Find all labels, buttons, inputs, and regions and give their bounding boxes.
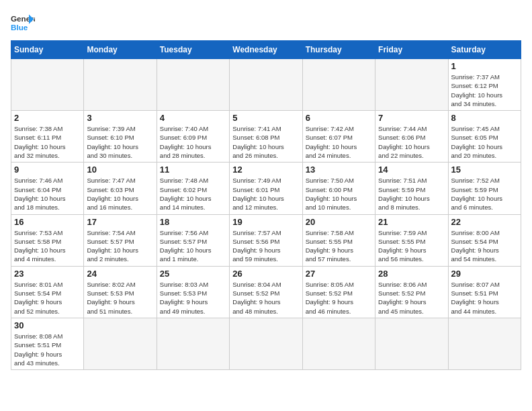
- day-number: 8: [451, 113, 518, 123]
- day-info: Sunrise: 7:40 AM Sunset: 6:09 PM Dayligh…: [160, 124, 226, 160]
- calendar-week-row: 2Sunrise: 7:38 AM Sunset: 6:11 PM Daylig…: [11, 111, 521, 163]
- day-info: Sunrise: 7:53 AM Sunset: 5:58 PM Dayligh…: [14, 228, 81, 264]
- day-info: Sunrise: 7:50 AM Sunset: 6:00 PM Dayligh…: [306, 176, 372, 212]
- day-info: Sunrise: 7:56 AM Sunset: 5:57 PM Dayligh…: [160, 228, 226, 264]
- day-info: Sunrise: 7:47 AM Sunset: 6:03 PM Dayligh…: [87, 176, 153, 212]
- calendar-cell: 13Sunrise: 7:50 AM Sunset: 6:00 PM Dayli…: [302, 163, 375, 214]
- day-info: Sunrise: 7:37 AM Sunset: 6:12 PM Dayligh…: [451, 73, 518, 108]
- day-info: Sunrise: 7:39 AM Sunset: 6:10 PM Dayligh…: [87, 124, 153, 160]
- calendar-cell: 29Sunrise: 8:07 AM Sunset: 5:51 PM Dayli…: [448, 266, 521, 318]
- calendar-cell: 7Sunrise: 7:44 AM Sunset: 6:06 PM Daylig…: [375, 111, 448, 163]
- day-info: Sunrise: 8:06 AM Sunset: 5:52 PM Dayligh…: [378, 280, 445, 316]
- calendar-cell: [157, 59, 229, 111]
- col-header-friday: Friday: [375, 41, 448, 59]
- day-info: Sunrise: 7:48 AM Sunset: 6:02 PM Dayligh…: [160, 176, 226, 212]
- day-number: 5: [232, 113, 299, 123]
- day-info: Sunrise: 7:52 AM Sunset: 5:59 PM Dayligh…: [451, 176, 518, 212]
- day-number: 1: [451, 61, 518, 71]
- day-info: Sunrise: 7:59 AM Sunset: 5:55 PM Dayligh…: [378, 228, 445, 264]
- day-number: 15: [451, 165, 518, 175]
- col-header-saturday: Saturday: [448, 41, 521, 59]
- day-number: 21: [378, 217, 445, 227]
- calendar-cell: 19Sunrise: 7:57 AM Sunset: 5:56 PM Dayli…: [230, 214, 302, 266]
- col-header-tuesday: Tuesday: [157, 41, 229, 59]
- svg-text:Blue: Blue: [11, 23, 28, 32]
- calendar-header-row: SundayMondayTuesdayWednesdayThursdayFrid…: [11, 41, 521, 59]
- calendar-cell: [302, 59, 375, 111]
- calendar-cell: 9Sunrise: 7:46 AM Sunset: 6:04 PM Daylig…: [11, 163, 84, 214]
- day-info: Sunrise: 7:38 AM Sunset: 6:11 PM Dayligh…: [14, 124, 81, 160]
- calendar-cell: 18Sunrise: 7:56 AM Sunset: 5:57 PM Dayli…: [157, 214, 229, 266]
- day-info: Sunrise: 8:04 AM Sunset: 5:52 PM Dayligh…: [232, 280, 299, 316]
- calendar-week-row: 16Sunrise: 7:53 AM Sunset: 5:58 PM Dayli…: [11, 214, 521, 266]
- day-info: Sunrise: 7:57 AM Sunset: 5:56 PM Dayligh…: [232, 228, 299, 264]
- calendar-week-row: 30Sunrise: 8:08 AM Sunset: 5:51 PM Dayli…: [11, 318, 521, 369]
- day-number: 19: [232, 217, 299, 227]
- calendar-cell: [84, 59, 157, 111]
- col-header-wednesday: Wednesday: [230, 41, 302, 59]
- day-info: Sunrise: 8:07 AM Sunset: 5:51 PM Dayligh…: [451, 280, 518, 316]
- day-number: 7: [378, 113, 445, 123]
- day-number: 2: [14, 113, 81, 123]
- day-info: Sunrise: 7:45 AM Sunset: 6:05 PM Dayligh…: [451, 124, 518, 160]
- day-number: 4: [160, 113, 226, 123]
- col-header-thursday: Thursday: [302, 41, 375, 59]
- page-header: General Blue: [11, 11, 521, 35]
- day-number: 26: [232, 269, 299, 279]
- calendar-cell: 5Sunrise: 7:41 AM Sunset: 6:08 PM Daylig…: [230, 111, 302, 163]
- day-info: Sunrise: 7:44 AM Sunset: 6:06 PM Dayligh…: [378, 124, 445, 160]
- calendar-cell: [157, 318, 229, 369]
- day-info: Sunrise: 7:41 AM Sunset: 6:08 PM Dayligh…: [232, 124, 299, 160]
- calendar-cell: 6Sunrise: 7:42 AM Sunset: 6:07 PM Daylig…: [302, 111, 375, 163]
- day-info: Sunrise: 7:54 AM Sunset: 5:57 PM Dayligh…: [87, 228, 153, 264]
- day-number: 25: [160, 269, 226, 279]
- day-number: 28: [378, 269, 445, 279]
- calendar-cell: 3Sunrise: 7:39 AM Sunset: 6:10 PM Daylig…: [84, 111, 157, 163]
- calendar-cell: 11Sunrise: 7:48 AM Sunset: 6:02 PM Dayli…: [157, 163, 229, 214]
- calendar-cell: 20Sunrise: 7:58 AM Sunset: 5:55 PM Dayli…: [302, 214, 375, 266]
- day-number: 23: [14, 269, 81, 279]
- day-number: 30: [14, 320, 81, 330]
- calendar-cell: 24Sunrise: 8:02 AM Sunset: 5:53 PM Dayli…: [84, 266, 157, 318]
- calendar-cell: [11, 59, 84, 111]
- day-number: 29: [451, 269, 518, 279]
- calendar-week-row: 1Sunrise: 7:37 AM Sunset: 6:12 PM Daylig…: [11, 59, 521, 111]
- logo-icon: General Blue: [11, 11, 35, 35]
- calendar-cell: 28Sunrise: 8:06 AM Sunset: 5:52 PM Dayli…: [375, 266, 448, 318]
- calendar-cell: 2Sunrise: 7:38 AM Sunset: 6:11 PM Daylig…: [11, 111, 84, 163]
- calendar-cell: [230, 59, 302, 111]
- calendar-cell: 23Sunrise: 8:01 AM Sunset: 5:54 PM Dayli…: [11, 266, 84, 318]
- day-number: 18: [160, 217, 226, 227]
- day-number: 13: [306, 165, 372, 175]
- calendar-cell: 25Sunrise: 8:03 AM Sunset: 5:53 PM Dayli…: [157, 266, 229, 318]
- calendar-cell: 26Sunrise: 8:04 AM Sunset: 5:52 PM Dayli…: [230, 266, 302, 318]
- day-number: 11: [160, 165, 226, 175]
- logo: General Blue: [11, 11, 35, 35]
- day-info: Sunrise: 8:05 AM Sunset: 5:52 PM Dayligh…: [306, 280, 372, 316]
- calendar-cell: 22Sunrise: 8:00 AM Sunset: 5:54 PM Dayli…: [448, 214, 521, 266]
- calendar-cell: 10Sunrise: 7:47 AM Sunset: 6:03 PM Dayli…: [84, 163, 157, 214]
- calendar-cell: 15Sunrise: 7:52 AM Sunset: 5:59 PM Dayli…: [448, 163, 521, 214]
- calendar-cell: 30Sunrise: 8:08 AM Sunset: 5:51 PM Dayli…: [11, 318, 84, 369]
- calendar-cell: [375, 59, 448, 111]
- calendar-cell: [84, 318, 157, 369]
- calendar-cell: 8Sunrise: 7:45 AM Sunset: 6:05 PM Daylig…: [448, 111, 521, 163]
- col-header-monday: Monday: [84, 41, 157, 59]
- calendar-cell: 12Sunrise: 7:49 AM Sunset: 6:01 PM Dayli…: [230, 163, 302, 214]
- calendar-cell: 16Sunrise: 7:53 AM Sunset: 5:58 PM Dayli…: [11, 214, 84, 266]
- day-number: 27: [306, 269, 372, 279]
- day-info: Sunrise: 7:58 AM Sunset: 5:55 PM Dayligh…: [306, 228, 372, 264]
- day-number: 3: [87, 113, 153, 123]
- calendar-cell: 4Sunrise: 7:40 AM Sunset: 6:09 PM Daylig…: [157, 111, 229, 163]
- day-number: 22: [451, 217, 518, 227]
- day-number: 20: [306, 217, 372, 227]
- day-info: Sunrise: 7:51 AM Sunset: 5:59 PM Dayligh…: [378, 176, 445, 212]
- day-info: Sunrise: 8:01 AM Sunset: 5:54 PM Dayligh…: [14, 280, 81, 316]
- day-number: 6: [306, 113, 372, 123]
- calendar-cell: 1Sunrise: 7:37 AM Sunset: 6:12 PM Daylig…: [448, 59, 521, 111]
- day-info: Sunrise: 8:00 AM Sunset: 5:54 PM Dayligh…: [451, 228, 518, 264]
- calendar-cell: 17Sunrise: 7:54 AM Sunset: 5:57 PM Dayli…: [84, 214, 157, 266]
- day-info: Sunrise: 8:02 AM Sunset: 5:53 PM Dayligh…: [87, 280, 153, 316]
- calendar-cell: [230, 318, 302, 369]
- calendar-cell: [302, 318, 375, 369]
